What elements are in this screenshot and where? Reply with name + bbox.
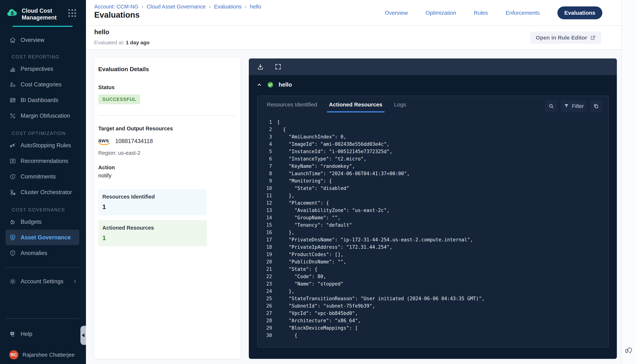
sidebar-item-perspectives[interactable]: Perspectives	[0, 61, 86, 77]
sidebar-divider	[6, 318, 79, 318]
line-text: "AvailabilityZone": "us-east-2c",	[277, 207, 389, 214]
sidebar-item-commitments[interactable]: Commitments	[0, 169, 86, 184]
app-switcher-grid-icon[interactable]	[68, 9, 76, 17]
code-line-16: 16 },	[258, 229, 608, 236]
fullscreen-icon[interactable]	[274, 63, 281, 70]
nav-overview[interactable]: Overview	[385, 10, 408, 16]
sidebar: $ Cloud Cost Management OverviewCOST REP…	[0, 0, 86, 364]
evaluated-at-value: 1 day ago	[126, 40, 149, 46]
sidebar-item-asset-governance[interactable]: $Asset Governance	[6, 230, 79, 245]
line-number: 29	[258, 324, 272, 332]
code-line-26: 26 "SubnetId": "subnet-75fe9b39",	[258, 302, 608, 310]
line-text: "SubnetId": "subnet-75fe9b39",	[277, 302, 375, 310]
line-text: "KeyName": "randomkey",	[277, 162, 355, 170]
sidebar-item-label: Budgets	[21, 218, 42, 225]
nav-evaluations[interactable]: Evaluations	[557, 6, 602, 19]
sidebar-item-autostopping-rules[interactable]: AutoStopping Rules	[0, 138, 86, 153]
sidebar-item-label: AutoStopping Rules	[21, 142, 71, 149]
line-text: "ProductCodes": [],	[277, 251, 344, 258]
code-line-20: 20 "PublicDnsName": "",	[258, 258, 608, 266]
home-icon	[9, 36, 16, 44]
sidebar-item-cost-categories[interactable]: Cost Categories	[0, 77, 86, 92]
svg-text:$: $	[11, 10, 14, 16]
line-number: 8	[258, 170, 272, 177]
sidebar-item-help[interactable]: ? Help	[0, 327, 86, 342]
sidebar-header: $ Cloud Cost Management	[0, 0, 86, 27]
tab-resources-identified[interactable]: Resources Identified	[267, 102, 317, 112]
cluster-icon	[9, 189, 16, 196]
code-line-10: 10 "State": "disabled"	[258, 184, 608, 192]
evaluation-row: hello	[249, 75, 617, 88]
nav-rules[interactable]: Rules	[474, 10, 488, 16]
search-button[interactable]	[545, 100, 557, 112]
copy-button[interactable]	[590, 100, 602, 112]
sidebar-item-recommendations[interactable]: Recommendations	[0, 153, 86, 169]
page-header: Account: CCM-NG›Cloud Asset Governance›E…	[86, 0, 621, 26]
sidebar-collapse-handle[interactable]	[80, 326, 86, 345]
resources-identified-value: 1	[102, 203, 203, 210]
code-line-6: 6 "InstanceType": "t2.micro",	[258, 155, 608, 162]
account-settings-label: Account Settings	[21, 278, 64, 285]
line-text: "Name": "stopped"	[277, 280, 344, 288]
panel-toolbar	[249, 58, 617, 75]
breadcrumb-link-1[interactable]: Cloud Asset Governance	[147, 4, 206, 10]
content: Evaluation Details Status SUCCESSFUL Tar…	[86, 50, 621, 364]
line-number: 28	[258, 317, 272, 324]
percent-icon	[9, 112, 16, 119]
sidebar-item-margin-obfuscation[interactable]: Margin Obfuscation	[0, 108, 86, 124]
line-text: "Placement": {	[277, 199, 329, 207]
nav-enforcements[interactable]: Enforcements	[506, 10, 540, 16]
tabs: Resources IdentifiedActioned ResourcesLo…	[267, 102, 406, 112]
code-line-14: 14 "GroupName": "",	[258, 214, 608, 221]
tab-logs[interactable]: Logs	[394, 102, 406, 112]
sidebar-item-bi-dashboards[interactable]: BI Dashboards	[0, 92, 86, 108]
autostop-icon	[9, 142, 16, 149]
sidebar-user[interactable]: RC Rajarshee Chatterjee	[0, 348, 86, 362]
line-number: 3	[258, 133, 272, 140]
evaluation-subheader: hello Evaluated at:1 day ago Open in Rul…	[86, 26, 621, 50]
line-text: "PublicDnsName": "",	[277, 258, 346, 266]
sidebar-item-budgets[interactable]: $Budgets	[0, 214, 86, 230]
sidebar-item-account-settings[interactable]: Account Settings	[0, 274, 86, 289]
breadcrumb-link-0[interactable]: Account: CCM-NG	[94, 4, 138, 10]
code-line-5: 5 "InstanceId": "i-00512145e7372325d",	[258, 148, 608, 155]
sidebar-section-label: COST OPTIMIZATION	[0, 129, 86, 138]
breadcrumb-link-3[interactable]: hello	[250, 4, 261, 10]
sidebar-item-anomalies[interactable]: Anomalies	[0, 245, 86, 261]
sidebar-item-label: Cluster Orchestrator	[21, 189, 72, 196]
code-line-17: 17 "PrivateDnsName": "ip-172-31-44-254.u…	[258, 236, 608, 244]
sidebar-item-overview[interactable]: Overview	[0, 33, 86, 47]
line-number: 18	[258, 244, 272, 251]
sidebar-item-cluster-orchestrator[interactable]: Cluster Orchestrator	[0, 184, 86, 200]
piggy-bank-icon: $	[9, 218, 16, 226]
support-chat-icon[interactable]	[624, 346, 633, 355]
json-code-viewer[interactable]: 1[2 {3 "AmiLaunchIndex": 0,4 "ImageId": …	[258, 118, 608, 339]
line-text: "Architecture": "x86_64",	[277, 317, 361, 324]
line-number: 20	[258, 258, 272, 266]
module-nav: OverviewOptimizationRulesEnforcementsEva…	[385, 0, 602, 26]
module-accent-bar	[13, 26, 73, 27]
open-in-rule-editor-label: Open in Rule Editor	[536, 34, 587, 41]
line-number: 6	[258, 155, 272, 162]
chevron-right-icon	[72, 279, 77, 284]
shapes-icon	[9, 81, 16, 88]
filter-button[interactable]: Filter	[560, 100, 587, 112]
code-line-13: 13 "AvailabilityZone": "us-east-2c",	[258, 207, 608, 214]
tab-actioned-resources[interactable]: Actioned Resources	[329, 102, 382, 112]
action-label: Action	[98, 164, 236, 170]
code-line-28: 28 "Architecture": "x86_64",	[258, 317, 608, 324]
nav-optimization[interactable]: Optimization	[426, 10, 456, 16]
chevron-up-icon[interactable]	[256, 82, 262, 88]
download-icon[interactable]	[257, 63, 264, 70]
tabs-row: Resources IdentifiedActioned ResourcesLo…	[258, 96, 608, 115]
open-in-rule-editor-button[interactable]: Open in Rule Editor	[530, 32, 601, 44]
breadcrumb-link-2[interactable]: Evaluations	[214, 4, 242, 10]
code-line-8: 8 "LaunchTime": "2024-06-06T04:41:37+00:…	[258, 170, 608, 177]
breadcrumb-separator: ›	[209, 4, 211, 10]
svg-text:?: ?	[12, 332, 13, 335]
evaluated-at-label: Evaluated at:	[94, 40, 124, 46]
line-text: "Code": 80,	[277, 273, 326, 280]
line-number: 15	[258, 221, 272, 229]
line-number: 25	[258, 295, 272, 302]
search-icon	[548, 103, 554, 109]
